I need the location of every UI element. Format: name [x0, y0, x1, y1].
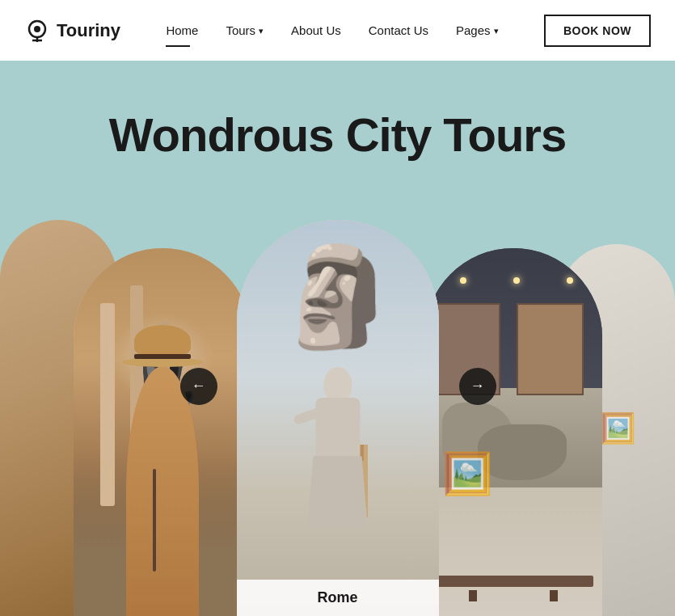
- logo-text: Touriny: [57, 20, 120, 41]
- next-button[interactable]: →: [459, 368, 496, 405]
- hero-title: Wondrous City Tours: [0, 109, 675, 161]
- header: Touriny Home Tours ▾ About Us Contact Us…: [0, 0, 675, 61]
- svg-point-1: [34, 26, 40, 32]
- tour-card-center: Rome: [237, 220, 439, 616]
- card-center-label: Rome: [237, 580, 439, 616]
- nav-item-home[interactable]: Home: [154, 17, 209, 44]
- logo-icon: [24, 18, 50, 44]
- arrow-right-icon: →: [470, 378, 485, 394]
- card-right-image: [424, 248, 602, 616]
- nav-item-pages[interactable]: Pages ▾: [445, 17, 510, 44]
- card-left-image: [74, 248, 251, 616]
- hero-section: Wondrous City Tours: [0, 61, 675, 616]
- tours-chevron-icon: ▾: [259, 26, 264, 36]
- prev-button[interactable]: ←: [180, 368, 217, 405]
- pages-chevron-icon: ▾: [494, 26, 499, 36]
- tour-card-right: [424, 248, 602, 616]
- main-nav: Home Tours ▾ About Us Contact Us Pages ▾: [154, 17, 509, 44]
- arrow-left-icon: ←: [192, 378, 206, 394]
- tour-card-left: [74, 248, 251, 616]
- nav-item-tours[interactable]: Tours ▾: [214, 17, 275, 44]
- card-center-image: [237, 220, 439, 616]
- logo[interactable]: Touriny: [24, 18, 120, 44]
- nav-item-about[interactable]: About Us: [280, 17, 352, 44]
- nav-item-contact[interactable]: Contact Us: [357, 17, 440, 44]
- book-now-button[interactable]: BOOK NOW: [544, 15, 651, 47]
- tour-cards: Rome: [0, 220, 675, 616]
